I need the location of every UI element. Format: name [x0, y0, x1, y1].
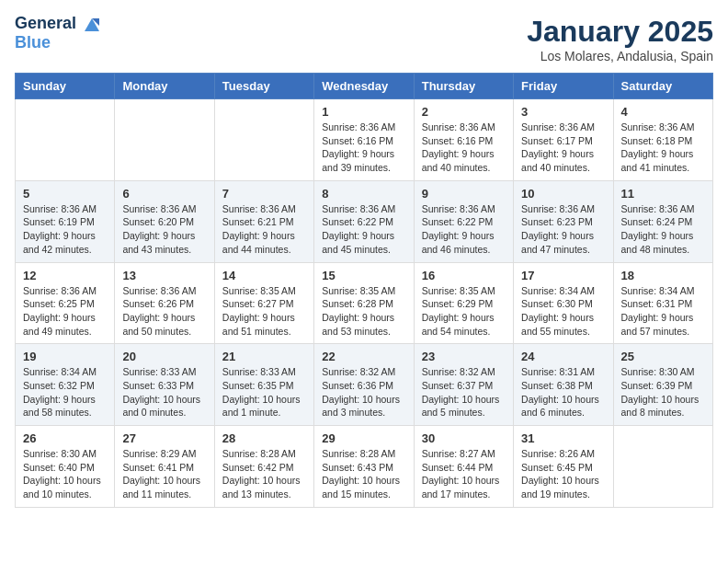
day-info: Sunrise: 8:29 AM Sunset: 6:41 PM Dayligh…: [122, 447, 206, 501]
day-info: Sunrise: 8:31 AM Sunset: 6:38 PM Dayligh…: [521, 365, 605, 419]
day-info: Sunrise: 8:36 AM Sunset: 6:25 PM Dayligh…: [23, 284, 107, 339]
day-number: 6: [122, 187, 206, 201]
calendar-cell: 8Sunrise: 8:36 AM Sunset: 6:22 PM Daylig…: [314, 180, 414, 262]
calendar-cell: 18Sunrise: 8:34 AM Sunset: 6:31 PM Dayli…: [613, 262, 712, 344]
weekday-header-friday: Friday: [514, 74, 613, 99]
calendar-cell: 4Sunrise: 8:36 AM Sunset: 6:18 PM Daylig…: [613, 99, 712, 181]
day-number: 1: [322, 105, 405, 119]
day-number: 19: [23, 350, 107, 363]
calendar-subtitle: Los Molares, Andalusia, Spain: [527, 49, 713, 63]
day-number: 13: [122, 269, 206, 282]
weekday-header-tuesday: Tuesday: [214, 74, 313, 99]
day-info: Sunrise: 8:28 AM Sunset: 6:43 PM Dayligh…: [322, 447, 405, 501]
day-info: Sunrise: 8:36 AM Sunset: 6:18 PM Dayligh…: [621, 121, 705, 175]
title-block: January 2025 Los Molares, Andalusia, Spa…: [527, 15, 713, 63]
calendar-cell: 12Sunrise: 8:36 AM Sunset: 6:25 PM Dayli…: [16, 262, 115, 344]
day-number: 11: [621, 187, 705, 201]
page-header: General Blue January 2025 Los Molares, A…: [15, 15, 713, 63]
day-info: Sunrise: 8:36 AM Sunset: 6:16 PM Dayligh…: [422, 121, 506, 175]
weekday-header-row: SundayMondayTuesdayWednesdayThursdayFrid…: [16, 74, 713, 99]
calendar-cell: 16Sunrise: 8:35 AM Sunset: 6:29 PM Dayli…: [414, 262, 513, 344]
day-number: 12: [23, 269, 107, 282]
day-number: 16: [422, 269, 506, 282]
weekday-header-thursday: Thursday: [414, 74, 513, 99]
day-info: Sunrise: 8:36 AM Sunset: 6:21 PM Dayligh…: [222, 202, 306, 257]
day-number: 28: [222, 431, 306, 445]
day-number: 27: [122, 431, 206, 445]
day-number: 18: [621, 269, 705, 282]
day-number: 7: [222, 187, 306, 201]
calendar-cell: [16, 99, 115, 181]
calendar-cell: 14Sunrise: 8:35 AM Sunset: 6:27 PM Dayli…: [214, 262, 313, 344]
calendar-cell: 25Sunrise: 8:30 AM Sunset: 6:39 PM Dayli…: [613, 344, 712, 426]
calendar-cell: 7Sunrise: 8:36 AM Sunset: 6:21 PM Daylig…: [214, 180, 313, 262]
day-info: Sunrise: 8:36 AM Sunset: 6:23 PM Dayligh…: [521, 202, 605, 257]
day-info: Sunrise: 8:33 AM Sunset: 6:35 PM Dayligh…: [222, 365, 306, 419]
day-number: 9: [422, 187, 506, 201]
calendar-cell: 26Sunrise: 8:30 AM Sunset: 6:40 PM Dayli…: [16, 426, 115, 508]
calendar-table: SundayMondayTuesdayWednesdayThursdayFrid…: [15, 73, 713, 508]
day-number: 3: [521, 105, 605, 119]
day-number: 14: [222, 269, 306, 282]
day-number: 30: [422, 431, 506, 445]
day-number: 15: [322, 269, 405, 282]
day-info: Sunrise: 8:36 AM Sunset: 6:26 PM Dayligh…: [122, 284, 206, 339]
calendar-cell: 11Sunrise: 8:36 AM Sunset: 6:24 PM Dayli…: [613, 180, 712, 262]
day-number: 20: [122, 350, 206, 363]
day-info: Sunrise: 8:36 AM Sunset: 6:16 PM Dayligh…: [322, 121, 405, 175]
day-number: 5: [23, 187, 107, 201]
day-info: Sunrise: 8:36 AM Sunset: 6:22 PM Dayligh…: [322, 202, 405, 257]
logo-blue: Blue: [15, 33, 51, 52]
day-number: 26: [23, 431, 107, 445]
day-info: Sunrise: 8:34 AM Sunset: 6:31 PM Dayligh…: [621, 284, 705, 339]
calendar-cell: 10Sunrise: 8:36 AM Sunset: 6:23 PM Dayli…: [514, 180, 613, 262]
day-number: 25: [621, 350, 705, 363]
calendar-cell: 5Sunrise: 8:36 AM Sunset: 6:19 PM Daylig…: [16, 180, 115, 262]
calendar-cell: 23Sunrise: 8:32 AM Sunset: 6:37 PM Dayli…: [414, 344, 513, 426]
weekday-header-saturday: Saturday: [613, 74, 712, 99]
day-info: Sunrise: 8:26 AM Sunset: 6:45 PM Dayligh…: [521, 447, 605, 501]
calendar-week-row: 19Sunrise: 8:34 AM Sunset: 6:32 PM Dayli…: [16, 344, 713, 426]
day-number: 21: [222, 350, 306, 363]
logo-text: General: [15, 15, 101, 33]
day-info: Sunrise: 8:27 AM Sunset: 6:44 PM Dayligh…: [422, 447, 506, 501]
day-number: 8: [322, 187, 405, 201]
calendar-cell: [115, 99, 214, 181]
day-number: 22: [322, 350, 405, 363]
day-info: Sunrise: 8:36 AM Sunset: 6:17 PM Dayligh…: [521, 121, 605, 175]
calendar-week-row: 12Sunrise: 8:36 AM Sunset: 6:25 PM Dayli…: [16, 262, 713, 344]
logo-icon: [83, 15, 101, 33]
day-info: Sunrise: 8:36 AM Sunset: 6:20 PM Dayligh…: [122, 202, 206, 257]
calendar-cell: 28Sunrise: 8:28 AM Sunset: 6:42 PM Dayli…: [214, 426, 313, 508]
day-info: Sunrise: 8:34 AM Sunset: 6:32 PM Dayligh…: [23, 365, 107, 419]
weekday-header-monday: Monday: [115, 74, 214, 99]
day-info: Sunrise: 8:34 AM Sunset: 6:30 PM Dayligh…: [521, 284, 605, 339]
day-info: Sunrise: 8:32 AM Sunset: 6:36 PM Dayligh…: [322, 365, 405, 419]
day-number: 4: [621, 105, 705, 119]
day-number: 31: [521, 431, 605, 445]
day-number: 10: [521, 187, 605, 201]
day-number: 2: [422, 105, 506, 119]
calendar-cell: 30Sunrise: 8:27 AM Sunset: 6:44 PM Dayli…: [414, 426, 513, 508]
calendar-cell: [613, 426, 712, 508]
calendar-cell: 27Sunrise: 8:29 AM Sunset: 6:41 PM Dayli…: [115, 426, 214, 508]
day-info: Sunrise: 8:36 AM Sunset: 6:19 PM Dayligh…: [23, 202, 107, 257]
calendar-week-row: 1Sunrise: 8:36 AM Sunset: 6:16 PM Daylig…: [16, 99, 713, 181]
calendar-cell: 6Sunrise: 8:36 AM Sunset: 6:20 PM Daylig…: [115, 180, 214, 262]
calendar-title: January 2025: [527, 15, 713, 49]
calendar-week-row: 5Sunrise: 8:36 AM Sunset: 6:19 PM Daylig…: [16, 180, 713, 262]
day-info: Sunrise: 8:28 AM Sunset: 6:42 PM Dayligh…: [222, 447, 306, 501]
day-info: Sunrise: 8:35 AM Sunset: 6:28 PM Dayligh…: [322, 284, 405, 339]
day-number: 29: [322, 431, 405, 445]
calendar-cell: 9Sunrise: 8:36 AM Sunset: 6:22 PM Daylig…: [414, 180, 513, 262]
day-info: Sunrise: 8:33 AM Sunset: 6:33 PM Dayligh…: [122, 365, 206, 419]
calendar-week-row: 26Sunrise: 8:30 AM Sunset: 6:40 PM Dayli…: [16, 426, 713, 508]
day-number: 24: [521, 350, 605, 363]
day-info: Sunrise: 8:36 AM Sunset: 6:22 PM Dayligh…: [422, 202, 506, 257]
calendar-cell: 21Sunrise: 8:33 AM Sunset: 6:35 PM Dayli…: [214, 344, 313, 426]
calendar-cell: 13Sunrise: 8:36 AM Sunset: 6:26 PM Dayli…: [115, 262, 214, 344]
day-info: Sunrise: 8:32 AM Sunset: 6:37 PM Dayligh…: [422, 365, 506, 419]
weekday-header-sunday: Sunday: [16, 74, 115, 99]
day-number: 17: [521, 269, 605, 282]
day-info: Sunrise: 8:36 AM Sunset: 6:24 PM Dayligh…: [621, 202, 705, 257]
